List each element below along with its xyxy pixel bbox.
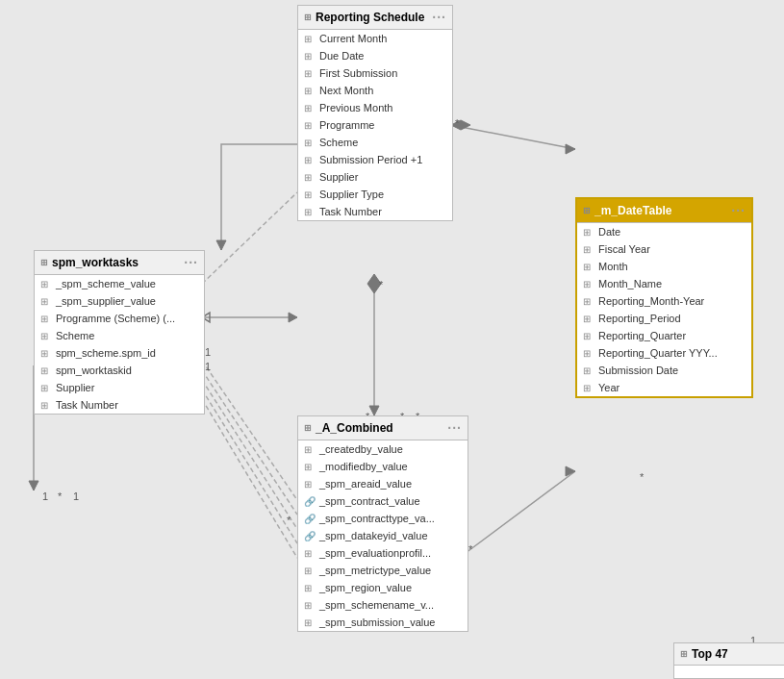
field-reporting-quarter: ⊞ Reporting_Quarter <box>577 327 751 344</box>
spm-worktasks-table: ⊞ spm_worktasks ··· ⊞ _spm_scheme_value … <box>34 250 205 415</box>
table-icon: ⊞ <box>304 13 312 22</box>
field-supplier-wt: ⊞ Supplier <box>35 379 204 396</box>
cardinality-1-wt: 1 <box>205 346 211 358</box>
svg-line-6 <box>202 192 297 284</box>
field-current-month: ⊞ Current Month <box>298 30 452 47</box>
svg-marker-15 <box>29 481 38 490</box>
field-evaluationprofil: ⊞ _spm_evaluationprofil... <box>298 544 468 562</box>
cardinality-star-rs-ac: * <box>379 279 383 290</box>
field-due-date: ⊞ Due Date <box>298 47 452 64</box>
m-datetable-header: ⊞ _m_DateTable ··· <box>577 199 751 223</box>
field-previous-month: ⊞ Previous Month <box>298 99 452 116</box>
top47-title: Top 47 <box>692 647 728 661</box>
svg-marker-1 <box>451 120 470 130</box>
field-schemename: ⊞ _spm_schemename_v... <box>298 596 468 614</box>
cardinality-1-wt2: 1 <box>205 361 211 372</box>
field-programme: ⊞ Programme <box>298 116 452 134</box>
cardinality-star-dt2: * <box>640 471 644 483</box>
m-datetable-menu[interactable]: ··· <box>731 203 746 218</box>
a-combined-body: ⊞ _createdby_value ⊞ _modifiedby_value ⊞… <box>298 440 468 631</box>
field-first-submission: ⊞ First Submission <box>298 64 452 82</box>
field-scheme-wt: ⊞ Scheme <box>35 327 204 344</box>
reporting-schedule-header: ⊞ Reporting Schedule ··· <box>298 6 452 30</box>
spm-worktasks-menu[interactable]: ··· <box>184 255 198 270</box>
table-icon-top47: ⊞ <box>680 649 688 659</box>
table-icon-wt: ⊞ <box>40 258 48 267</box>
svg-line-12 <box>466 471 575 553</box>
field-month-name: ⊞ Month_Name <box>577 275 751 292</box>
svg-line-7 <box>202 361 297 500</box>
field-scheme: ⊞ Scheme <box>298 134 452 151</box>
field-contracttype: 🔗 _spm_contracttype_va... <box>298 510 468 527</box>
cardinality-star-ac: * <box>287 515 291 526</box>
a-combined-menu[interactable]: ··· <box>447 420 462 436</box>
reporting-schedule-body: ⊞ Current Month ⊞ Due Date ⊞ First Submi… <box>298 30 452 220</box>
field-task-number: ⊞ Task Number <box>298 203 452 220</box>
field-worktaskid: ⊞ spm_worktaskid <box>35 362 204 379</box>
field-next-month: ⊞ Next Month <box>298 82 452 99</box>
cardinality-1-left2: 1 <box>73 490 79 502</box>
field-submission-period: ⊞ Submission Period +1 <box>298 151 452 168</box>
m-datetable-body: ⊞ Date ⊞ Fiscal Year ⊞ Month ⊞ Month_Nam… <box>577 223 751 396</box>
m-datetable-title: _m_DateTable <box>594 204 671 217</box>
reporting-schedule-table: ⊞ Reporting Schedule ··· ⊞ Current Month… <box>297 5 453 221</box>
diagram-canvas: * * 1 1 1 * 1 * * * * * * 1 ⊞ Reporting … <box>0 0 784 679</box>
cardinality-1-left: 1 <box>42 490 48 502</box>
svg-marker-18 <box>289 313 297 322</box>
cardinality-star-left: * <box>58 490 62 502</box>
reporting-schedule-title: Reporting Schedule <box>316 11 424 24</box>
field-date: ⊞ Date <box>577 223 751 240</box>
reporting-schedule-menu[interactable]: ··· <box>432 10 446 25</box>
field-region: ⊞ _spm_region_value <box>298 579 468 596</box>
field-metrictype: ⊞ _spm_metrictype_value <box>298 562 468 579</box>
cardinality-star-ac5: * <box>468 543 472 555</box>
top47-header: ⊞ Top 47 <box>674 643 784 666</box>
spm-worktasks-header: ⊞ spm_worktasks ··· <box>35 251 204 275</box>
a-combined-header: ⊞ _A_Combined ··· <box>298 416 468 440</box>
field-createdby: ⊞ _createdby_value <box>298 440 468 458</box>
field-reporting-quarter-yyy: ⊞ Reporting_Quarter YYY... <box>577 344 751 362</box>
field-reporting-month-year: ⊞ Reporting_Month-Year <box>577 292 751 310</box>
svg-marker-13 <box>566 466 575 476</box>
a-combined-table: ⊞ _A_Combined ··· ⊞ _createdby_value ⊞ _… <box>297 415 468 632</box>
svg-line-11 <box>202 399 297 558</box>
svg-line-9 <box>202 380 297 529</box>
field-submission-date: ⊞ Submission Date <box>577 362 751 379</box>
field-supplier-value: ⊞ _spm_supplier_value <box>35 292 204 310</box>
field-programme-scheme: ⊞ Programme (Scheme) (... <box>35 310 204 327</box>
field-scheme-value: ⊞ _spm_scheme_value <box>35 275 204 292</box>
table-icon-dt: ⊞ <box>583 206 591 215</box>
svg-marker-5 <box>369 406 379 415</box>
field-month: ⊞ Month <box>577 258 751 275</box>
spm-worktasks-title: spm_worktasks <box>52 256 139 269</box>
table-icon-ac: ⊞ <box>304 423 312 433</box>
field-modifiedby: ⊞ _modifiedby_value <box>298 458 468 475</box>
field-submission-value: ⊞ _spm_submission_value <box>298 614 468 631</box>
field-contract: 🔗 _spm_contract_value <box>298 492 468 510</box>
svg-line-10 <box>202 390 297 543</box>
field-year: ⊞ Year <box>577 379 751 396</box>
svg-line-8 <box>202 370 297 515</box>
cardinality-star-rs-dt: * <box>455 117 459 129</box>
field-reporting-period: ⊞ Reporting_Period <box>577 310 751 327</box>
top47-table: ⊞ Top 47 <box>673 642 784 679</box>
field-task-number-wt: ⊞ Task Number <box>35 396 204 414</box>
a-combined-title: _A_Combined <box>316 421 393 435</box>
field-datakeyid: 🔗 _spm_datakeyid_value <box>298 527 468 544</box>
svg-marker-16 <box>216 240 226 250</box>
spm-worktasks-body: ⊞ _spm_scheme_value ⊞ _spm_supplier_valu… <box>35 275 204 414</box>
m-datetable-table: ⊞ _m_DateTable ··· ⊞ Date ⊞ Fiscal Year … <box>575 197 753 398</box>
field-fiscal-year: ⊞ Fiscal Year <box>577 240 751 258</box>
svg-line-0 <box>451 125 575 149</box>
field-supplier-type: ⊞ Supplier Type <box>298 186 452 203</box>
field-spm-scheme-id: ⊞ spm_scheme.spm_id <box>35 344 204 362</box>
field-supplier: ⊞ Supplier <box>298 168 452 186</box>
field-areaid: ⊞ _spm_areaid_value <box>298 475 468 492</box>
svg-marker-2 <box>566 144 575 154</box>
